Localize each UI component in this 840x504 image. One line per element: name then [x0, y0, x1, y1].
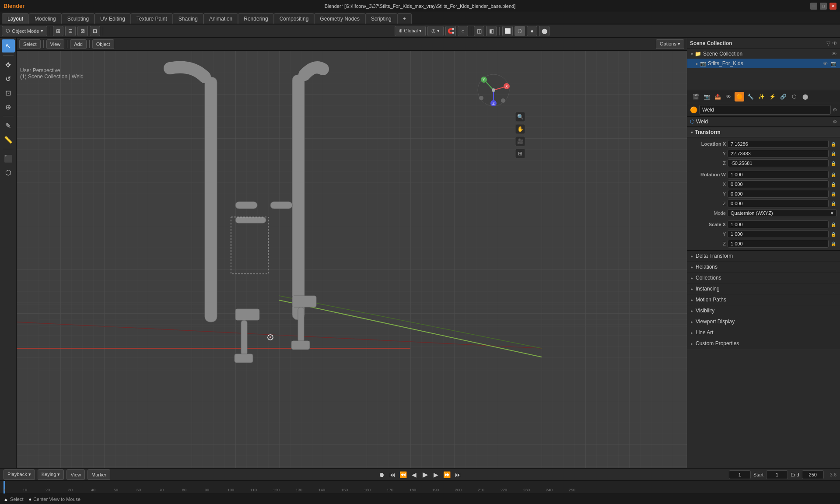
location-z-lock[interactable]: 🔒 — [830, 160, 836, 166]
tab-shading[interactable]: Shading — [173, 13, 203, 24]
prop-icon-physics[interactable]: ⚡ — [767, 92, 777, 102]
add-cube-btn[interactable]: ⬛ — [2, 152, 15, 165]
prop-icon-object[interactable]: 🟠 — [735, 92, 744, 102]
current-frame-input[interactable] — [729, 470, 751, 479]
viewport-btn-3[interactable]: ⊠ — [77, 26, 88, 36]
transform-section-header[interactable]: ▾ Transform — [687, 127, 840, 137]
location-z-value[interactable]: -50.25681 — [728, 159, 829, 167]
tab-uv-editing[interactable]: UV Editing — [94, 13, 131, 24]
close-button[interactable]: ✕ — [830, 3, 836, 10]
proportional-edit-btn[interactable]: ○ — [458, 26, 468, 36]
location-y-value[interactable]: 22.73483 — [728, 150, 829, 158]
keying-menu-btn[interactable]: Keying ▾ — [38, 469, 64, 480]
rotation-z-lock[interactable]: 🔒 — [830, 200, 836, 206]
annotate-btn[interactable]: ✎ — [2, 119, 15, 132]
outliner-item-stilts[interactable]: ▸ 📷 Stilts_For_Kids 👁 📷 — [687, 59, 840, 68]
scale-y-lock[interactable]: 🔒 — [830, 231, 836, 237]
scene-collection-eye[interactable]: 👁 — [832, 51, 836, 56]
prop-obj-extra-btn[interactable]: ⚙ — [833, 107, 837, 113]
scale-y-value[interactable]: 1.000 — [728, 230, 829, 238]
relations-header[interactable]: ▸ Relations — [687, 262, 840, 272]
tab-rendering[interactable]: Rendering — [238, 13, 273, 24]
collections-header[interactable]: ▸ Collections — [687, 273, 840, 283]
record-btn[interactable]: ⏺ — [377, 470, 386, 480]
instancing-header[interactable]: ▸ Instancing — [687, 284, 840, 294]
outliner-eye-icon[interactable]: 👁 — [832, 40, 837, 46]
tab-modeling[interactable]: Modeling — [29, 13, 62, 24]
3d-viewport[interactable]: Select View Add Object Options ▾ — [17, 38, 687, 468]
options-button[interactable]: Options ▾ — [656, 39, 684, 49]
tab-animation[interactable]: Animation — [203, 13, 238, 24]
rotation-w-lock[interactable]: 🔒 — [830, 172, 836, 178]
stilts-restrict-icon[interactable]: 👁 — [823, 61, 828, 66]
rotation-x-lock[interactable]: 🔒 — [830, 181, 836, 187]
scale-tool-btn[interactable]: ⊡ — [2, 86, 15, 99]
motion-paths-header[interactable]: ▸ Motion Paths — [687, 294, 840, 305]
minimize-button[interactable]: ─ — [810, 3, 817, 10]
mode-selector[interactable]: ⬡ Object Mode ▾ — [2, 26, 47, 36]
weld-settings-icon[interactable]: ⚙ — [833, 119, 837, 125]
select-menu-btn[interactable]: Select — [19, 39, 41, 49]
transform-tool-btn[interactable]: ⊕ — [2, 100, 15, 113]
shading-solid-btn[interactable]: ⬡ — [514, 26, 525, 36]
rotation-y-value[interactable]: 0.000 — [728, 190, 829, 198]
stilts-render-icon[interactable]: 📷 — [830, 61, 836, 66]
prop-icon-render[interactable]: 📷 — [702, 92, 711, 102]
overlay-btn[interactable]: ◫ — [474, 26, 484, 36]
tab-scripting[interactable]: Scripting — [365, 13, 397, 24]
delta-transform-header[interactable]: ▸ Delta Transform — [687, 251, 840, 261]
view-menu-btn[interactable]: View — [46, 39, 65, 49]
move-tool-btn[interactable]: ✥ — [2, 58, 15, 71]
end-frame-input[interactable] — [802, 470, 824, 479]
outliner-filter-icon[interactable]: ▽ — [826, 40, 830, 46]
rotation-mode-select[interactable]: Quaternion (WXYZ) ▾ — [728, 209, 836, 217]
add-menu-btn[interactable]: Add — [70, 39, 87, 49]
custom-properties-header[interactable]: ▸ Custom Properties — [687, 338, 840, 349]
start-frame-input[interactable] — [766, 470, 788, 479]
jump-start-btn[interactable]: ⏮ — [388, 470, 397, 480]
tab-add[interactable]: + — [397, 13, 412, 24]
prop-icon-material[interactable]: ⬤ — [800, 92, 810, 102]
visibility-header[interactable]: ▸ Visibility — [687, 305, 840, 316]
next-frame-btn[interactable]: ▶ — [431, 470, 441, 480]
object-menu-btn[interactable]: Object — [92, 39, 114, 49]
prop-icon-modifier[interactable]: 🔧 — [746, 92, 755, 102]
location-y-lock[interactable]: 🔒 — [830, 150, 836, 157]
shading-wire-btn[interactable]: ⬜ — [502, 26, 513, 36]
rotation-z-value[interactable]: 0.000 — [728, 200, 829, 207]
scale-x-value[interactable]: 1.000 — [728, 220, 829, 228]
viewport-btn-2[interactable]: ⊟ — [65, 26, 76, 36]
scale-z-lock[interactable]: 🔒 — [830, 241, 836, 247]
viewport-btn-4[interactable]: ⊡ — [90, 26, 100, 36]
shading-material-btn[interactable]: ● — [527, 26, 537, 36]
next-keyframe-btn[interactable]: ⏩ — [442, 470, 452, 480]
select-tool-btn[interactable]: ↖ — [2, 39, 15, 52]
snap-btn[interactable]: 🧲 — [445, 26, 456, 36]
prop-icon-output[interactable]: 📤 — [713, 92, 722, 102]
measure-btn[interactable]: 📏 — [2, 133, 15, 146]
jump-end-btn[interactable]: ⏭ — [453, 470, 463, 480]
tab-texture-paint[interactable]: Texture Paint — [131, 13, 173, 24]
viewport-btn-1[interactable]: ⊞ — [53, 26, 63, 36]
object-name-input[interactable] — [699, 105, 831, 115]
xray-btn[interactable]: ◧ — [486, 26, 497, 36]
tab-geometry-nodes[interactable]: Geometry Nodes — [314, 13, 365, 24]
tab-layout[interactable]: Layout — [2, 13, 29, 24]
prev-frame-btn[interactable]: ◀ — [410, 470, 419, 480]
location-x-value[interactable]: 7.16286 — [728, 140, 829, 148]
pivot-btn[interactable]: ◎ ▾ — [427, 26, 444, 36]
tab-sculpting[interactable]: Sculpting — [62, 13, 94, 24]
rotation-x-value[interactable]: 0.000 — [728, 180, 829, 188]
rotation-y-lock[interactable]: 🔒 — [830, 191, 836, 197]
scale-x-lock[interactable]: 🔒 — [830, 221, 836, 228]
scale-z-value[interactable]: 1.000 — [728, 240, 829, 248]
location-x-lock[interactable]: 🔒 — [830, 141, 836, 147]
line-art-header[interactable]: ▸ Line Art — [687, 327, 840, 338]
maximize-button[interactable]: □ — [820, 3, 827, 10]
prop-icon-constraints[interactable]: 🔗 — [778, 92, 788, 102]
prop-icon-particles[interactable]: ✨ — [756, 92, 766, 102]
playback-menu-btn[interactable]: Playback ▾ — [4, 469, 35, 480]
prop-icon-scene[interactable]: 🎬 — [691, 92, 700, 102]
rotation-w-value[interactable]: 1.000 — [728, 171, 829, 178]
prop-icon-view[interactable]: 👁 — [724, 92, 733, 102]
